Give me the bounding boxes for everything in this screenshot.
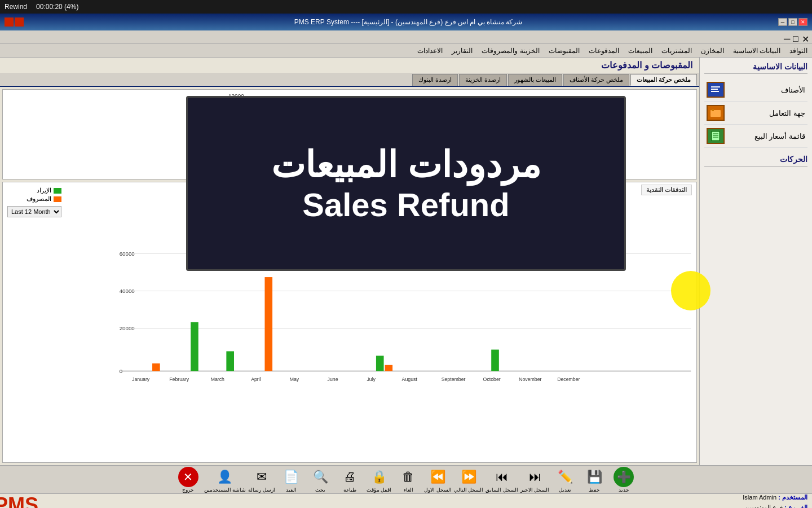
sidebar-item-pricelist[interactable]: قائمة أسعار البيع xyxy=(704,125,807,148)
sidebar-item-items[interactable]: الأصناف xyxy=(704,78,807,102)
send-msg-icon: ✉ xyxy=(251,467,272,487)
lock-icon: 🔒 xyxy=(369,467,389,487)
btn-prev-record[interactable]: ⏮ السجل السابق xyxy=(486,467,518,493)
tab-treasury-balance[interactable]: ارصدة الخزينة xyxy=(459,74,507,86)
legend-expense-label: المصروف xyxy=(27,195,51,203)
svg-text:March: March xyxy=(211,376,224,382)
svg-text:November: November xyxy=(519,376,541,382)
prev-record-label: السجل السابق xyxy=(486,487,518,493)
svg-text:October: October xyxy=(483,376,501,382)
btn-delete[interactable]: 🗑 الغاء xyxy=(395,467,422,493)
tab-sales-summary[interactable]: ملخص حركة المبيعات xyxy=(630,74,697,86)
prev-record-icon: ⏮ xyxy=(492,467,512,487)
user-label: المستخدم : xyxy=(778,494,807,501)
period-select-container[interactable]: Last 12 Month xyxy=(7,206,61,217)
window-controls: ─ □ ✕ xyxy=(778,18,807,26)
branch-value: فرع المهندسين xyxy=(745,504,783,508)
menu-bar: الاعدادات التقارير الخزينة والمصروفات ال… xyxy=(0,44,812,58)
contact-icon xyxy=(707,105,725,121)
menu-item-payments[interactable]: المدفوعات xyxy=(589,47,619,55)
menu-item-settings[interactable]: الاعدادات xyxy=(417,47,443,55)
menu-item-treasury[interactable]: الخزينة والمصروفات xyxy=(482,47,539,55)
entry-label: القيد xyxy=(286,487,297,493)
btn-last-record[interactable]: ⏭ السجل الاخير xyxy=(520,467,550,493)
btn-edit[interactable]: ✏️ تعديل xyxy=(551,467,579,493)
last-record-label: السجل الاخير xyxy=(520,487,550,493)
svg-rect-42 xyxy=(264,277,272,371)
first-record-label: السجل الاول xyxy=(424,487,452,493)
rewind-label: Rewind xyxy=(5,3,27,11)
delete-label: الغاء xyxy=(404,487,413,493)
tab-bank-balance[interactable]: ارصدة البنوك xyxy=(412,74,458,86)
legend-area: الإيراد المصروف Last 12 Month xyxy=(7,187,61,217)
next-record-icon: ⏩ xyxy=(458,467,479,487)
tb-btn3[interactable]: ✕ xyxy=(802,34,810,41)
btn-new[interactable]: ➕ جديد xyxy=(610,467,637,493)
svg-text:June: June xyxy=(328,376,338,382)
menu-item-sales[interactable]: المبيعات xyxy=(628,47,652,55)
movements-section-title: الحركات xyxy=(704,155,807,167)
menu-item-basic[interactable]: البيانات الاساسية xyxy=(733,47,780,55)
items-icon xyxy=(707,82,725,98)
next-record-label: السجل التالي xyxy=(454,487,484,493)
tb-btn1[interactable]: ─ xyxy=(784,34,792,41)
users-label: شاشة المستخدمين xyxy=(204,487,246,493)
exit-icon: ✕ xyxy=(178,467,198,487)
btn-lock[interactable]: 🔒 اقفل مؤقت xyxy=(365,467,392,493)
menu-item-reports[interactable]: التقارير xyxy=(452,47,473,55)
close-button[interactable]: ✕ xyxy=(798,18,807,26)
btn-first-record[interactable]: ⏪ السجل الاول xyxy=(424,467,452,493)
legend-expense: المصروف xyxy=(7,195,61,203)
branch-label: الفـــرع : xyxy=(784,504,807,508)
sidebar-label-contact: جهة التعامل xyxy=(769,109,805,117)
page-title: المقبوصات و المدفوعات xyxy=(601,60,692,71)
print-label: طباعة xyxy=(343,487,356,493)
minimize-button[interactable]: ─ xyxy=(778,18,787,26)
overlay-arabic-text: مردودات المبيعات xyxy=(271,144,541,186)
svg-rect-41 xyxy=(226,351,234,371)
menu-item-purchases[interactable]: المشتريات xyxy=(661,47,692,55)
btn-entry[interactable]: 📄 القيد xyxy=(277,467,304,493)
menu-item-attendance[interactable]: التوافد xyxy=(789,47,807,55)
first-record-icon: ⏪ xyxy=(428,467,448,487)
svg-rect-40 xyxy=(191,322,198,371)
tab-items-summary[interactable]: ملخص حركة الأصناف xyxy=(563,74,629,86)
btn-next-record[interactable]: ⏩ السجل التالي xyxy=(454,467,484,493)
search-icon: 🔍 xyxy=(310,467,330,487)
tab-sales-monthly[interactable]: المبيعات بالشهور xyxy=(508,74,562,86)
svg-text:December: December xyxy=(557,376,580,382)
status-bar: المستخدم : Islam Admin الفـــرع : فرع ال… xyxy=(0,493,812,508)
btn-print[interactable]: 🖨 طباعة xyxy=(336,467,363,493)
maximize-button[interactable]: □ xyxy=(788,18,797,26)
app-icon2 xyxy=(15,17,24,27)
sidebar-item-contact[interactable]: جهة التعامل xyxy=(704,102,807,125)
period-dropdown[interactable]: Last 12 Month xyxy=(7,206,61,217)
cursor-highlight xyxy=(671,271,710,310)
btn-save[interactable]: 💾 حفظ xyxy=(581,467,608,493)
btn-search[interactable]: 🔍 بحث xyxy=(307,467,334,493)
new-label: جديد xyxy=(619,487,629,493)
svg-rect-44 xyxy=(385,365,392,371)
btn-exit[interactable]: ✕ خروج xyxy=(175,467,202,493)
secondary-toolbar: ─ □ ✕ xyxy=(0,30,812,44)
window-title: PMS ERP System ---- شركة منشاة بي ام اس … xyxy=(38,18,778,26)
btn-send-msg[interactable]: ✉ ارسل رسالة xyxy=(248,467,275,493)
svg-text:July: July xyxy=(367,376,376,382)
btn-users[interactable]: 👤 شاشة المستخدمين xyxy=(204,467,246,493)
menu-item-receipts[interactable]: المقبوضات xyxy=(549,47,580,55)
svg-text:May: May xyxy=(290,376,299,382)
last-record-icon: ⏭ xyxy=(525,467,545,487)
edit-label: تعديل xyxy=(559,487,571,493)
sidebar-label-pricelist: قائمة أسعار البيع xyxy=(754,132,805,141)
svg-rect-43 xyxy=(376,356,384,371)
delete-icon: 🗑 xyxy=(398,467,418,487)
pricelist-icon xyxy=(707,128,725,144)
rewind-bar: Rewind 00:00:20 (4%) xyxy=(0,0,812,14)
exit-label: خروج xyxy=(182,487,194,493)
svg-rect-39 xyxy=(152,364,160,371)
svg-rect-4 xyxy=(712,109,714,111)
save-label: حفظ xyxy=(589,487,600,493)
sidebar-label-items: الأصناف xyxy=(781,86,805,94)
menu-item-warehouses[interactable]: المخازن xyxy=(701,47,724,55)
tb-btn2[interactable]: □ xyxy=(793,34,801,41)
